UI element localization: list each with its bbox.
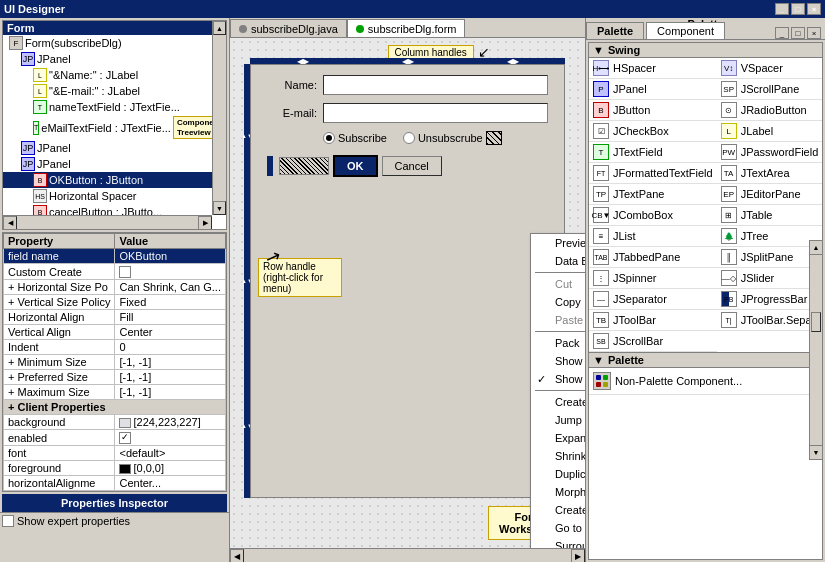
palette-item-jformattedtextfield[interactable]: FT JFormattedTextField	[589, 163, 717, 184]
prop-row-background[interactable]: background [224,223,227]	[4, 415, 226, 430]
palette-item-jscrollbar[interactable]: SB JScrollBar	[589, 331, 717, 352]
tree-item-jpanel2[interactable]: JP JPanel	[3, 140, 226, 156]
menu-item-shrinksel[interactable]: Shrink Selection Ctrl+Shift+W	[531, 447, 585, 465]
palette-btn-2[interactable]: □	[791, 27, 805, 39]
subscribe-radio-item[interactable]: Subscribe	[323, 132, 387, 144]
center-scroll-right[interactable]: ▶	[571, 549, 585, 562]
tree-item-emailtextfield[interactable]: T eMailTextField : JTextFie... Component…	[3, 115, 226, 140]
palette-item-jtree[interactable]: 🌲 JTree	[717, 226, 823, 247]
menu-item-cut[interactable]: Cut Ctrl+X	[531, 275, 585, 293]
palette-btn-1[interactable]: _	[775, 27, 789, 39]
palette-item-jspinner[interactable]: ⋮ JSpinner	[589, 268, 717, 289]
palette-tab-palette[interactable]: Palette	[586, 22, 644, 39]
palette-item-jseparator[interactable]: — JSeparator	[589, 289, 717, 310]
form-workspace[interactable]: Column handles ↙ ◀▶ ◀▶ ◀▶ ▲▼ ▲▼ ▲▼	[230, 38, 585, 548]
palette-item-jtable[interactable]: ⊞ JTable	[717, 205, 823, 226]
palette-section-swing[interactable]: ▼ Swing	[589, 43, 822, 58]
prop-row-prefsize[interactable]: + Preferred Size [-1, -1]	[4, 370, 226, 385]
subscribe-radio[interactable]	[323, 132, 335, 144]
prop-value[interactable]: [0,0,0]	[115, 461, 226, 476]
prop-row-valign[interactable]: Vertical Align Center	[4, 325, 226, 340]
tree-item-form[interactable]: F Form(subscribeDlg)	[3, 35, 226, 51]
palette-tab-component[interactable]: Component	[646, 22, 725, 39]
menu-item-morph[interactable]: Morph Component...	[531, 483, 585, 501]
prop-row-font[interactable]: font <default>	[4, 446, 226, 461]
palette-item-jpanel[interactable]: P JPanel	[589, 79, 717, 100]
menu-item-showcomptags[interactable]: Show Component Tags	[531, 370, 585, 388]
menu-item-paste[interactable]: Paste Ctrl+V	[531, 311, 585, 329]
menu-item-databinding[interactable]: Data Binding Wizard...	[531, 252, 585, 270]
palette-item-jscrollpane[interactable]: SP JScrollPane	[717, 79, 823, 100]
palette-item-jtextfield[interactable]: T JTextField	[589, 142, 717, 163]
tree-item-nametextfield[interactable]: T nameTextField : JTextFie...	[3, 99, 226, 115]
unsubscribe-radio-item[interactable]: Unsubscrube	[403, 131, 502, 145]
tree-item-okbutton[interactable]: B OKButton : JButton	[3, 172, 226, 188]
show-expert-bar[interactable]: Show expert properties	[0, 512, 229, 529]
prop-row-halignme[interactable]: horizontalAlignme Center...	[4, 476, 226, 491]
tree-item-namelabel[interactable]: L "&Name:" : JLabel	[3, 67, 226, 83]
menu-item-preview[interactable]: Preview	[531, 234, 585, 252]
palette-item-jlabel[interactable]: L JLabel	[717, 121, 823, 142]
palette-item-jsplitpane[interactable]: ║ JSplitPane	[717, 247, 823, 268]
menu-item-duplicate[interactable]: Duplicate Ctrl+D	[531, 465, 585, 483]
cancel-button[interactable]: Cancel	[382, 156, 442, 176]
palette-item-jcheckbox[interactable]: ☑ JCheckBox	[589, 121, 717, 142]
tab-form[interactable]: subscribeDlg.form	[347, 19, 466, 37]
palette-item-jprogressbar[interactable]: PB JProgressBar	[717, 289, 823, 310]
close-button[interactable]: ×	[807, 3, 821, 15]
tree-item-emaillabel[interactable]: L "&E-mail:" : JLabel	[3, 83, 226, 99]
title-bar-buttons[interactable]: _ □ ×	[775, 3, 821, 15]
center-h-scrollbar[interactable]: ◀ ▶	[230, 548, 585, 562]
email-input[interactable]	[323, 103, 548, 123]
prop-row-custom[interactable]: Custom Create	[4, 264, 226, 280]
menu-item-pack[interactable]: Pack	[531, 334, 585, 352]
tree-item-jpanel1[interactable]: JP JPanel	[3, 51, 226, 67]
prop-row-enabled[interactable]: enabled	[4, 430, 226, 446]
scroll-right-btn[interactable]: ▶	[198, 216, 212, 230]
palette-btn-3[interactable]: ×	[807, 27, 821, 39]
menu-item-surround[interactable]: Surround With... Ctrl+Alt+T	[531, 537, 585, 548]
palette-item-jeditorpane[interactable]: EP JEditorPane	[717, 184, 823, 205]
minimize-button[interactable]: _	[775, 3, 789, 15]
tree-v-scrollbar[interactable]: ▲ ▼	[212, 21, 226, 215]
palette-item-jtextarea[interactable]: TA JTextArea	[717, 163, 823, 184]
context-menu[interactable]: Preview Data Binding Wizard... Cut Ctrl+…	[530, 233, 585, 548]
menu-item-gotolistener[interactable]: Go to Listener Ctrl+Alt+B	[531, 519, 585, 537]
menu-item-createlistener[interactable]: Create Listener Ctrl+O	[531, 501, 585, 519]
prop-row-halign[interactable]: Horizontal Align Fill	[4, 310, 226, 325]
okbutton-selected[interactable]	[279, 157, 329, 175]
menu-item-createcomp[interactable]: Create Component Alt+Insert	[531, 393, 585, 411]
prop-row-maxsize[interactable]: + Maximum Size [-1, -1]	[4, 385, 226, 400]
prop-value[interactable]: OKButton	[115, 249, 226, 264]
palette-item-jtoolbarsep[interactable]: T| JToolBar.Separator	[717, 310, 823, 331]
palette-item-jtextpane[interactable]: TP JTextPane	[589, 184, 717, 205]
menu-item-jumpsource[interactable]: Jump to Source F4	[531, 411, 585, 429]
palette-item-nonpalette[interactable]: Non-Palette Component...	[589, 368, 822, 395]
prop-row-hsize[interactable]: + Horizontal Size Po Can Shrink, Can G..…	[4, 280, 226, 295]
palette-section-palette[interactable]: ▼ Palette	[589, 352, 822, 368]
palette-header-btns[interactable]: _ □ ×	[775, 27, 825, 39]
prop-value[interactable]: 0	[115, 340, 226, 355]
enabled-checkbox[interactable]	[119, 432, 131, 444]
center-scroll-left[interactable]: ◀	[230, 549, 244, 562]
scroll-down-btn[interactable]: ▼	[213, 201, 226, 215]
tree-item-hspacer[interactable]: HS Horizontal Spacer	[3, 188, 226, 204]
tree-item-jpanel3[interactable]: JP JPanel	[3, 156, 226, 172]
maximize-button[interactable]: □	[791, 3, 805, 15]
tree-h-scrollbar[interactable]: ◀ ▶	[3, 215, 212, 229]
prop-row-vsize[interactable]: + Vertical Size Policy Fixed	[4, 295, 226, 310]
unsubscribe-radio[interactable]	[403, 132, 415, 144]
palette-item-jtoolbar[interactable]: TB JToolBar	[589, 310, 717, 331]
prop-row-fieldname[interactable]: field name OKButton	[4, 249, 226, 264]
menu-item-expandsel[interactable]: Expand Selection Ctrl+W	[531, 429, 585, 447]
scroll-up-btn[interactable]: ▲	[213, 21, 226, 35]
show-expert-checkbox[interactable]	[2, 515, 14, 527]
palette-item-jtabbedpane[interactable]: TAB JTabbedPane	[589, 247, 717, 268]
palette-item-hspacer[interactable]: H⟷ HSpacer	[589, 58, 717, 79]
palette-item-jcombobox[interactable]: CB▼ JComboBox	[589, 205, 717, 226]
prop-value[interactable]	[115, 430, 226, 446]
tab-java[interactable]: subscribeDlg.java	[230, 19, 347, 37]
prop-row-foreground[interactable]: foreground [0,0,0]	[4, 461, 226, 476]
menu-item-copy[interactable]: Copy Ctrl+C	[531, 293, 585, 311]
palette-item-vspacer[interactable]: V↕ VSpacer	[717, 58, 823, 79]
